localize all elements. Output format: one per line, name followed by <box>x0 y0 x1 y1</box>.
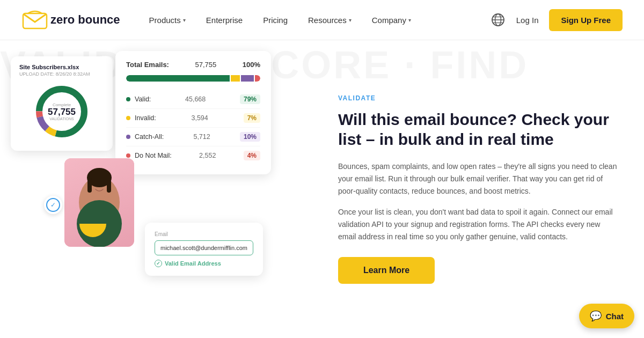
svg-rect-15 <box>107 178 111 193</box>
stats-label-invalid: Invalid: <box>135 114 156 122</box>
valid-email-label: ✓ Valid Email Address <box>155 260 253 267</box>
donut-number: 57,755 <box>48 107 76 117</box>
donut-wrapper: Complete 57,755 VALIDATIONS <box>19 82 104 141</box>
stats-header-value: 57,755 <box>195 61 216 69</box>
svg-rect-14 <box>87 178 92 193</box>
chevron-down-icon: ▾ <box>349 17 352 23</box>
progress-bar <box>126 75 260 82</box>
stats-label-valid: Valid: <box>135 95 151 103</box>
stats-pct-donotmail: 4% <box>244 151 260 160</box>
stats-label-donotmail: Do Not Mail: <box>135 152 172 159</box>
email-field-label: Email <box>155 231 253 237</box>
donut-sub: VALIDATIONS <box>48 117 76 121</box>
description-2: Once your list is clean, you don't want … <box>338 206 617 243</box>
left-panel: VALIDATE · SCORE · FIND Site Subscribers… <box>0 40 322 338</box>
chat-button[interactable]: 💬 Chat <box>579 304 634 328</box>
main-content: VALIDATE · SCORE · FIND Site Subscribers… <box>0 40 644 338</box>
logo[interactable]: zero bounce <box>21 10 120 30</box>
main-heading: Will this email bounce? Check your list … <box>338 109 617 150</box>
globe-icon[interactable] <box>491 12 506 27</box>
logo-icon <box>21 10 48 30</box>
email-validation-card: Email michael.scott@dundermifflin.com ✓ … <box>145 223 263 276</box>
chat-icon: 💬 <box>590 310 602 322</box>
stats-pct-catchall: 10% <box>240 132 260 142</box>
stats-header-pct: 100% <box>243 61 260 69</box>
header-right: Log In Sign Up Free <box>491 9 623 31</box>
nav-item-pricing[interactable]: Pricing <box>255 11 295 29</box>
stats-row-catchall: Catch-All: 5,712 10% <box>126 128 260 146</box>
dot-catchall <box>126 135 130 139</box>
stats-card: Total Emails: 57,755 100% Valid: 45,668 … <box>115 51 271 174</box>
email-input-value[interactable]: michael.scott@dundermifflin.com <box>155 240 253 255</box>
stats-row-invalid: Invalid: 3,594 7% <box>126 109 260 128</box>
dot-donotmail <box>126 153 130 158</box>
nav-item-products[interactable]: Products ▾ <box>142 11 193 29</box>
stats-row-valid: Valid: 45,668 79% <box>126 90 260 109</box>
nav-item-company[interactable]: Company ▾ <box>364 11 419 29</box>
chat-label: Chat <box>606 312 624 321</box>
login-button[interactable]: Log In <box>516 16 539 25</box>
dot-invalid <box>126 116 130 120</box>
signup-button[interactable]: Sign Up Free <box>549 9 623 31</box>
stats-count-catchall: 5,712 <box>193 133 210 141</box>
chevron-down-icon: ▾ <box>183 17 186 23</box>
donut-card-date: UPLOAD DATE: 8/26/20 8:32AM <box>19 71 104 77</box>
header: zero bounce Products ▾ Enterprise Pricin… <box>0 0 644 40</box>
valid-check-icon: ✓ <box>155 260 162 267</box>
check-badge: ✓ <box>44 196 62 214</box>
donut-card-title: Site Subscribers.xlsx <box>19 64 104 70</box>
stats-label-catchall: Catch-All: <box>135 133 164 141</box>
stats-header-label: Total Emails: <box>126 61 169 69</box>
learn-more-button[interactable]: Learn More <box>338 257 435 284</box>
nav-item-resources[interactable]: Resources ▾ <box>301 11 359 29</box>
nav-item-enterprise[interactable]: Enterprise <box>199 11 250 29</box>
stats-count-invalid: 3,594 <box>191 114 208 122</box>
stats-count-donotmail: 2,552 <box>199 152 216 159</box>
chevron-down-icon: ▾ <box>408 17 411 23</box>
stats-pct-invalid: 7% <box>244 113 260 123</box>
stats-count-valid: 45,668 <box>185 95 206 103</box>
donut-center: Complete 57,755 VALIDATIONS <box>48 102 76 121</box>
section-label: VALIDATE <box>338 94 617 102</box>
stats-pct-valid: 79% <box>240 94 260 104</box>
description-1: Bounces, spam complaints, and low open r… <box>338 160 617 197</box>
stats-header: Total Emails: 57,755 100% <box>126 61 260 69</box>
main-nav: Products ▾ Enterprise Pricing Resources … <box>142 11 491 29</box>
logo-text: zero bounce <box>50 13 120 27</box>
stats-row-donotmail: Do Not Mail: 2,552 4% <box>126 146 260 165</box>
dot-valid <box>126 97 130 101</box>
donut-card: Site Subscribers.xlsx UPLOAD DATE: 8/26/… <box>11 56 113 151</box>
